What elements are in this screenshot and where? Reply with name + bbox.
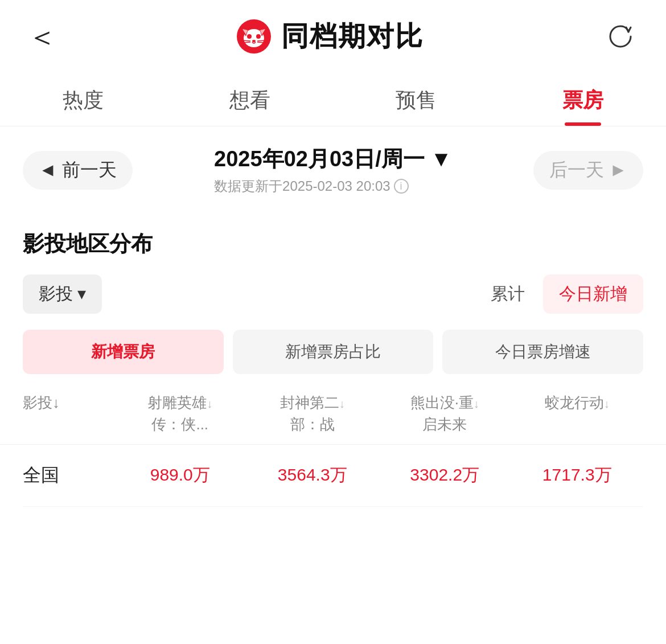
svg-point-7 bbox=[256, 34, 261, 39]
region-cell: 全国 bbox=[23, 463, 114, 488]
col-header-movie3: 熊出没·重↓ 启未来 bbox=[379, 392, 511, 435]
col-header-movie1: 射雕英雄↓ 传：侠... bbox=[114, 392, 246, 435]
cumulative-button[interactable]: 累计 bbox=[479, 274, 536, 314]
svg-line-9 bbox=[241, 40, 250, 41]
filter-right: 累计 今日新增 bbox=[479, 274, 643, 314]
refresh-button[interactable] bbox=[602, 18, 639, 55]
table-body: 全国 989.0万 3564.3万 3302.2万 1717.3万 bbox=[0, 445, 666, 507]
svg-point-6 bbox=[247, 34, 252, 39]
info-icon[interactable]: i bbox=[394, 179, 409, 194]
prev-day-button[interactable]: ◄ 前一天 bbox=[23, 151, 133, 190]
header-center: 同档期对比 bbox=[236, 18, 424, 55]
page-title: 同档期对比 bbox=[281, 18, 424, 55]
header: ＜ 同档期对比 bbox=[0, 0, 666, 68]
today-new-button[interactable]: 今日新增 bbox=[543, 274, 643, 314]
svg-point-8 bbox=[252, 40, 256, 42]
value-cell-3: 3302.2万 bbox=[379, 463, 511, 487]
sub-tab-ratio[interactable]: 新增票房占比 bbox=[233, 330, 434, 374]
date-main[interactable]: 2025年02月03日/周一 ▼ bbox=[214, 145, 452, 174]
date-center: 2025年02月03日/周一 ▼ 数据更新于2025-02-03 20:03 i bbox=[214, 145, 452, 195]
value-cell-2: 3564.3万 bbox=[246, 463, 379, 487]
tab-presale[interactable]: 预售 bbox=[333, 73, 500, 126]
tab-boxoffice[interactable]: 票房 bbox=[500, 73, 667, 126]
section-title: 影投地区分布 bbox=[0, 209, 666, 268]
back-button[interactable]: ＜ bbox=[27, 22, 57, 51]
sub-tab-new-boxoffice[interactable]: 新增票房 bbox=[23, 330, 224, 374]
filter-yingtou-button[interactable]: 影投 ▾ bbox=[23, 274, 102, 314]
date-navigation: ◄ 前一天 2025年02月03日/周一 ▼ 数据更新于2025-02-03 2… bbox=[0, 126, 666, 200]
table-row: 全国 989.0万 3564.3万 3302.2万 1717.3万 bbox=[23, 445, 643, 507]
data-table: 影投↓ 射雕英雄↓ 传：侠... 封神第二↓ 部：战 熊出没·重↓ 启未来 蛟龙… bbox=[0, 383, 666, 507]
col-header-movie4: 蛟龙行动↓ bbox=[511, 392, 644, 435]
cat-logo-icon bbox=[236, 18, 272, 55]
refresh-icon bbox=[606, 22, 635, 51]
filter-left: 影投 ▾ bbox=[23, 274, 102, 314]
svg-line-12 bbox=[257, 42, 266, 43]
tab-bar: 热度 想看 预售 票房 bbox=[0, 73, 666, 126]
value-cell-1: 989.0万 bbox=[114, 463, 246, 487]
svg-line-10 bbox=[241, 42, 250, 43]
table-header: 影投↓ 射雕英雄↓ 传：侠... 封神第二↓ 部：战 熊出没·重↓ 启未来 蛟龙… bbox=[0, 383, 666, 445]
date-sub: 数据更新于2025-02-03 20:03 i bbox=[214, 177, 452, 195]
next-day-button[interactable]: 后一天 ► bbox=[533, 151, 643, 190]
sub-tab-speed[interactable]: 今日票房增速 bbox=[442, 330, 643, 374]
tab-heat[interactable]: 热度 bbox=[0, 73, 167, 126]
filter-row: 影投 ▾ 累计 今日新增 bbox=[0, 268, 666, 321]
tab-want[interactable]: 想看 bbox=[167, 73, 334, 126]
value-cell-4: 1717.3万 bbox=[511, 463, 644, 487]
sub-tab-bar: 新增票房 新增票房占比 今日票房增速 bbox=[0, 321, 666, 383]
svg-line-11 bbox=[257, 40, 266, 41]
col-header-movie2: 封神第二↓ 部：战 bbox=[246, 392, 379, 435]
col-header-region: 影投↓ bbox=[23, 392, 114, 435]
